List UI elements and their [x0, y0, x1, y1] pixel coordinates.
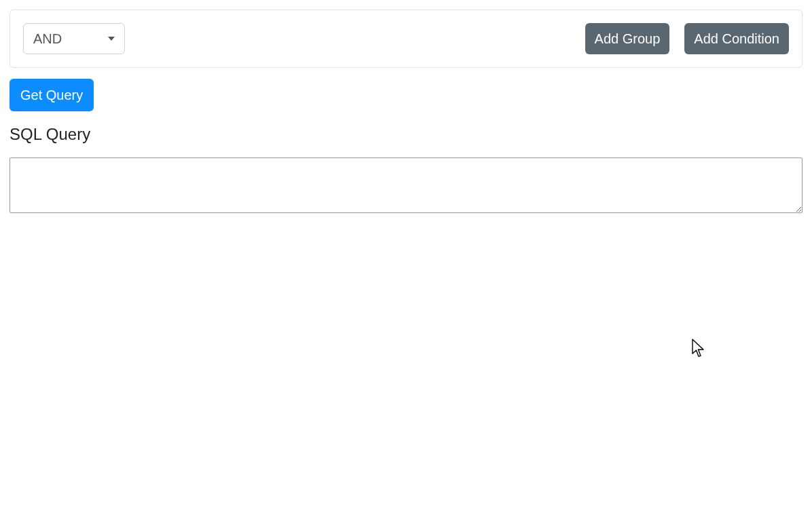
query-builder-panel: AND Add Group Add Condition — [10, 10, 802, 68]
sql-query-heading: SQL Query — [10, 125, 802, 144]
combinator-value: AND — [33, 31, 62, 47]
add-group-button[interactable]: Add Group — [585, 23, 670, 54]
add-condition-button[interactable]: Add Condition — [684, 23, 789, 54]
chevron-down-icon — [108, 37, 115, 41]
combinator-area: AND — [23, 23, 125, 54]
combinator-select[interactable]: AND — [23, 23, 125, 54]
builder-actions: Add Group Add Condition — [585, 23, 789, 54]
sql-query-output[interactable] — [10, 157, 802, 213]
cursor-icon — [692, 339, 705, 358]
get-query-button[interactable]: Get Query — [10, 79, 94, 111]
